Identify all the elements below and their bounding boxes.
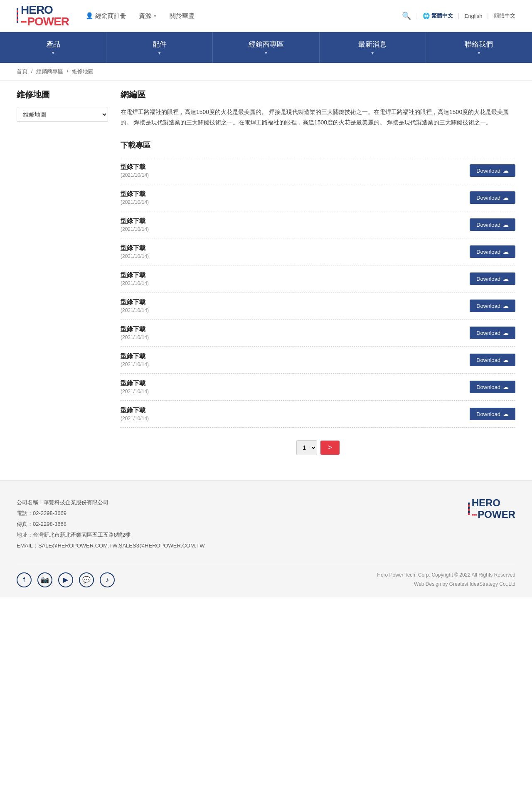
download-item-name: 型錄下載 bbox=[121, 325, 149, 333]
cloud-download-icon: ☁ bbox=[503, 411, 509, 417]
download-button[interactable]: Download ☁ bbox=[470, 354, 515, 366]
download-button[interactable]: Download ☁ bbox=[470, 327, 515, 339]
download-item-info: 型錄下載 (2021/10/14) bbox=[121, 379, 149, 394]
cloud-download-icon: ☁ bbox=[503, 194, 509, 201]
footer-company-name: 公司名稱：華豐科技企業股份有限公司 bbox=[17, 497, 205, 508]
download-item-date: (2021/10/14) bbox=[121, 416, 149, 421]
download-list: 型錄下載 (2021/10/14) Download ☁ 型錄下載 (2021/… bbox=[121, 157, 515, 428]
sidebar: 維修地圖 維修地圖 bbox=[17, 89, 108, 463]
download-item: 型錄下載 (2021/10/14) Download ☁ bbox=[121, 319, 515, 347]
breadcrumb: 首頁 / 經銷商專區 / 維修地圖 bbox=[0, 63, 532, 81]
download-item-date: (2021/10/14) bbox=[121, 199, 149, 205]
download-item-date: (2021/10/14) bbox=[121, 362, 149, 367]
download-item-name: 型錄下載 bbox=[121, 190, 149, 198]
logo-power: POWER bbox=[27, 16, 69, 27]
search-button[interactable]: 🔍 bbox=[402, 11, 411, 20]
download-label: Download bbox=[476, 411, 500, 417]
tiktok-icon[interactable]: ♪ bbox=[100, 572, 115, 587]
download-button[interactable]: Download ☁ bbox=[470, 164, 515, 177]
download-label: Download bbox=[476, 168, 500, 174]
download-button[interactable]: Download ☁ bbox=[470, 218, 515, 231]
download-button[interactable]: Download ☁ bbox=[470, 300, 515, 312]
navbar-item-news[interactable]: 最新消息 ▼ bbox=[320, 32, 426, 63]
download-item: 型錄下載 (2021/10/14) Download ☁ bbox=[121, 292, 515, 319]
cloud-download-icon: ☁ bbox=[503, 302, 509, 309]
download-item-date: (2021/10/14) bbox=[121, 307, 149, 313]
youtube-icon[interactable]: ▶ bbox=[58, 572, 73, 587]
nav-dealer-register[interactable]: 👤 經銷商註冊 bbox=[86, 12, 126, 20]
download-label: Download bbox=[476, 222, 500, 228]
footer-logo-text: HERO ■■■ POWER bbox=[472, 497, 515, 520]
wechat-icon[interactable]: 💬 bbox=[79, 572, 94, 587]
download-label: Download bbox=[476, 249, 500, 255]
navbar-item-accessories[interactable]: 配件 ▼ bbox=[106, 32, 213, 63]
footer-fax: 傳真：02-2298-3668 bbox=[17, 519, 205, 530]
download-item-name: 型錄下載 bbox=[121, 298, 149, 306]
download-button[interactable]: Download ☁ bbox=[470, 191, 515, 204]
logo[interactable]: HERO ■■■ POWER bbox=[17, 4, 69, 27]
next-page-button[interactable]: > bbox=[320, 441, 339, 455]
footer-address: 地址：台灣新北市新北產業園區五工五路8號2樓 bbox=[17, 530, 205, 540]
lang-english[interactable]: English bbox=[465, 13, 483, 19]
download-label: Download bbox=[476, 330, 500, 336]
download-label: Download bbox=[476, 303, 500, 309]
download-item: 型錄下載 (2021/10/14) Download ☁ bbox=[121, 265, 515, 292]
download-item: 型錄下載 (2021/10/14) Download ☁ bbox=[121, 374, 515, 401]
sidebar-select[interactable]: 維修地圖 bbox=[17, 107, 108, 122]
nav-about[interactable]: 關於華豐 bbox=[170, 12, 195, 20]
download-item-info: 型錄下載 (2021/10/14) bbox=[121, 244, 149, 259]
download-item-date: (2021/10/14) bbox=[121, 334, 149, 340]
download-item: 型錄下載 (2021/10/14) Download ☁ bbox=[121, 157, 515, 184]
download-button[interactable]: Download ☁ bbox=[470, 272, 515, 285]
breadcrumb-home[interactable]: 首頁 bbox=[17, 68, 27, 74]
download-button[interactable]: Download ☁ bbox=[470, 408, 515, 420]
download-item-name: 型錄下載 bbox=[121, 163, 149, 171]
nav-resources[interactable]: 資源 ▼ bbox=[139, 12, 157, 20]
sidebar-title: 維修地圖 bbox=[17, 89, 108, 100]
download-item: 型錄下載 (2021/10/14) Download ☁ bbox=[121, 238, 515, 265]
download-item: 型錄下載 (2021/10/14) Download ☁ bbox=[121, 347, 515, 374]
social-icons: f 📷 ▶ 💬 ♪ bbox=[17, 572, 115, 587]
footer-copyright: Hero Power Tech. Corp. Copyright © 2022 … bbox=[377, 571, 515, 589]
navbar-item-contact[interactable]: 聯絡我們 ▼ bbox=[426, 32, 532, 63]
download-item-info: 型錄下載 (2021/10/14) bbox=[121, 190, 149, 205]
download-item-info: 型錄下載 (2021/10/14) bbox=[121, 271, 149, 286]
download-item-date: (2021/10/14) bbox=[121, 280, 149, 286]
breadcrumb-dealer[interactable]: 經銷商專區 bbox=[36, 68, 63, 74]
download-item: 型錄下載 (2021/10/14) Download ☁ bbox=[121, 401, 515, 428]
breadcrumb-current: 維修地圖 bbox=[72, 68, 94, 74]
download-item-name: 型錄下載 bbox=[121, 406, 149, 414]
main-navbar: 產品 ▼ 配件 ▼ 經銷商專區 ▼ 最新消息 ▼ 聯絡我們 ▼ bbox=[0, 32, 532, 63]
download-section-title: 下載專區 bbox=[121, 140, 515, 150]
content-description: 在電焊工路福社的眼裡，高達1500度的火花是最美麗的。 焊接是現代製造業的三大關… bbox=[121, 107, 515, 128]
instagram-icon[interactable]: 📷 bbox=[37, 572, 52, 587]
content-area: 網編區 在電焊工路福社的眼裡，高達1500度的火花是最美麗的。 焊接是現代製造業… bbox=[121, 89, 515, 463]
products-dropdown-icon: ▼ bbox=[51, 51, 55, 55]
download-button[interactable]: Download ☁ bbox=[470, 245, 515, 258]
download-item-info: 型錄下載 (2021/10/14) bbox=[121, 352, 149, 367]
cloud-download-icon: ☁ bbox=[503, 384, 509, 390]
download-item-info: 型錄下載 (2021/10/14) bbox=[121, 217, 149, 232]
lang-traditional-chinese[interactable]: 🌐 繁體中文 bbox=[423, 12, 453, 20]
lang-simplified-chinese[interactable]: 簡體中文 bbox=[494, 12, 515, 20]
news-dropdown-icon: ▼ bbox=[370, 51, 374, 55]
logo-hero: HERO bbox=[21, 4, 69, 16]
cloud-download-icon: ☁ bbox=[503, 221, 509, 228]
download-button[interactable]: Download ☁ bbox=[470, 381, 515, 393]
resources-arrow-icon: ▼ bbox=[153, 14, 157, 18]
download-label: Download bbox=[476, 195, 500, 201]
footer: 公司名稱：華豐科技企業股份有限公司 電話：02-2298-3669 傳真：02-… bbox=[0, 480, 532, 597]
download-item-name: 型錄下載 bbox=[121, 271, 149, 279]
footer-main: 公司名稱：華豐科技企業股份有限公司 電話：02-2298-3669 傳真：02-… bbox=[17, 497, 515, 551]
navbar-item-dealer-zone[interactable]: 經銷商專區 ▼ bbox=[213, 32, 319, 63]
facebook-icon[interactable]: f bbox=[17, 572, 32, 587]
download-item-info: 型錄下載 (2021/10/14) bbox=[121, 406, 149, 421]
cloud-download-icon: ☁ bbox=[503, 167, 509, 174]
navbar-item-products[interactable]: 產品 ▼ bbox=[0, 32, 106, 63]
download-item-date: (2021/10/14) bbox=[121, 389, 149, 394]
download-label: Download bbox=[476, 276, 500, 282]
footer-bottom: f 📷 ▶ 💬 ♪ Hero Power Tech. Corp. Copyrig… bbox=[17, 564, 515, 589]
globe-icon: 🌐 bbox=[423, 12, 430, 19]
main-content: 維修地圖 維修地圖 網編區 在電焊工路福社的眼裡，高達1500度的火花是最美麗的… bbox=[0, 81, 532, 472]
page-select[interactable]: 1 2 3 bbox=[296, 440, 317, 455]
